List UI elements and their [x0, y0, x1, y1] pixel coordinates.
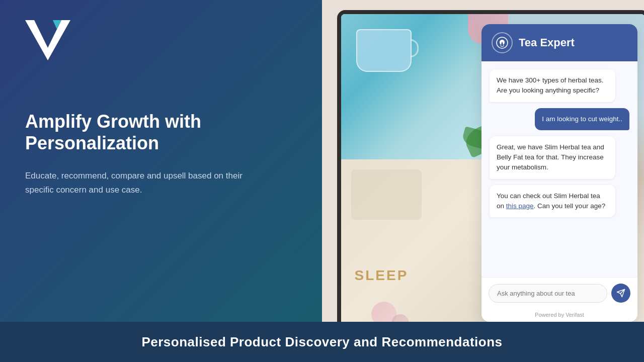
powered-by: Powered by Verifast: [481, 309, 637, 322]
logo: [25, 20, 70, 60]
sleep-label: SLEEP: [355, 267, 409, 284]
message-bot-2: Great, we have Slim Herbal tea and Belly…: [490, 136, 615, 179]
send-button[interactable]: [611, 284, 630, 303]
chat-input-area: [481, 277, 637, 309]
chat-header: Tea Expert: [481, 24, 637, 61]
chat-input[interactable]: [489, 284, 607, 303]
subtext: Educate, recommend, compare and upsell b…: [25, 169, 267, 196]
message-user-1: I am looking to cut weight..: [535, 108, 629, 130]
chat-body: We have 300+ types of herbal teas. Are y…: [481, 61, 637, 277]
tea-expert-icon: [492, 32, 513, 53]
bottom-bar: Personalised Product Discovery and Recom…: [0, 322, 644, 362]
laptop-frame: SLEEP Tea Expert: [337, 10, 644, 322]
chat-widget: Tea Expert We have 300+ types of herbal …: [481, 24, 637, 322]
right-panel: SLEEP Tea Expert: [322, 0, 644, 322]
bottom-bar-text: Personalised Product Discovery and Recom…: [141, 334, 502, 350]
headline: Amplify Growth with Personalization: [25, 111, 297, 154]
svg-marker-0: [25, 20, 70, 60]
this-page-link[interactable]: this page: [506, 202, 534, 210]
left-content: Amplify Growth with Personalization Educ…: [25, 111, 297, 197]
message-bot-1: We have 300+ types of herbal teas. Are y…: [490, 69, 615, 102]
chat-title: Tea Expert: [519, 36, 575, 49]
laptop-screen: SLEEP Tea Expert: [341, 14, 644, 322]
left-panel: Amplify Growth with Personalization Educ…: [0, 0, 322, 322]
message-bot-3: You can check out Slim Herbal tea on thi…: [490, 185, 615, 218]
